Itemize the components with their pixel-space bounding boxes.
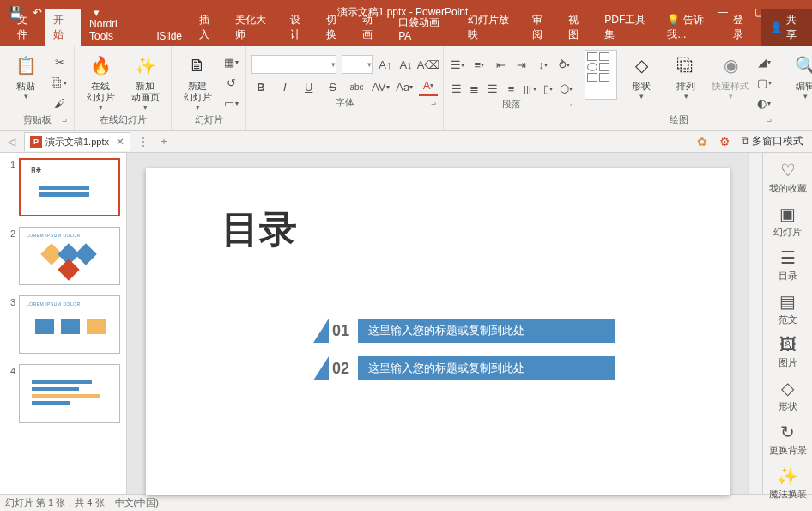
group-clipboard: 📋 粘贴 ▾ ✂ ⿻▾ 🖌 剪贴板 <box>0 46 75 130</box>
decrease-indent-button[interactable]: ⇤ <box>492 55 510 74</box>
tab-slideshow[interactable]: 幻灯片放映 <box>459 9 524 46</box>
tab-home[interactable]: 开始 <box>45 9 81 46</box>
thumbnail-1[interactable]: 1 目录 <box>3 158 123 216</box>
tab-islide[interactable]: iSlide <box>148 26 191 46</box>
thumbnail-2[interactable]: 2 LOREM IPSUM DOLOR <box>3 227 123 285</box>
shadow-button[interactable]: abc <box>348 77 367 96</box>
refresh-icon: ↻ <box>780 422 795 442</box>
tab-add-button[interactable]: + <box>156 136 172 148</box>
align-right-button[interactable]: ☰ <box>486 79 500 98</box>
tab-design[interactable]: 设计 <box>282 9 318 46</box>
format-painter-button[interactable]: 🖌 <box>50 94 69 112</box>
font-color-button[interactable]: A▾ <box>419 77 438 96</box>
vertical-scrollbar[interactable] <box>748 153 762 494</box>
font-name-combo[interactable]: ▾ <box>251 55 336 74</box>
online-slides-button[interactable]: 🔥 在线 幻灯片 ▾ <box>80 50 121 112</box>
tab-nordri[interactable]: Nordri Tools <box>81 14 148 46</box>
reset-button[interactable]: ↺ <box>221 74 240 91</box>
thumbnail-panel[interactable]: 1 目录 2 LOREM IPSUM DOLOR 3 LOREM IPSUM D… <box>0 153 127 494</box>
group-label-font[interactable]: 字体 <box>251 96 438 109</box>
numbering-button[interactable]: ≡▾ <box>470 55 488 74</box>
paste-button[interactable]: 📋 粘贴 ▾ <box>5 50 46 100</box>
thumbnail-3[interactable]: 3 LOREM IPSUM DOLOR <box>3 295 123 354</box>
copy-button[interactable]: ⿻▾ <box>50 74 69 91</box>
font-size-combo[interactable]: ▾ <box>342 55 373 74</box>
side-shape[interactable]: ◇形状 <box>779 378 797 413</box>
tab-pdf[interactable]: PDF工具集 <box>596 9 660 46</box>
group-label-drawing[interactable]: 绘图 <box>585 113 773 126</box>
settings-icon[interactable]: ⚙ <box>719 135 733 149</box>
tab-beautify[interactable]: 美化大师 <box>227 9 282 46</box>
decrease-font-button[interactable]: A↓ <box>398 55 414 74</box>
char-spacing-button[interactable]: AV▾ <box>371 77 390 96</box>
line-spacing-button[interactable]: ↕▾ <box>534 55 552 74</box>
shape-icon: ◇ <box>781 378 794 398</box>
powerpoint-icon: P <box>30 136 42 148</box>
text-direction-button[interactable]: ⥁▾ <box>555 55 573 74</box>
align-left-button[interactable]: ☰ <box>449 79 464 98</box>
shape-effects-button[interactable]: ◐▾ <box>754 94 773 112</box>
tab-prev-button[interactable]: ◁ <box>3 136 19 148</box>
person-icon: 👤 <box>770 21 783 33</box>
group-font: ▾ ▾ A↑ A↓ A⌫ B I U S abc AV▾ Aa▾ A▾ 字体 <box>246 46 444 130</box>
shape-fill-button[interactable]: ◢▾ <box>754 53 773 70</box>
strike-button[interactable]: S <box>324 77 342 96</box>
status-language[interactable]: 中文(中国) <box>115 496 159 509</box>
find-button[interactable]: 🔍 编辑 ▾ <box>785 50 812 100</box>
columns-button[interactable]: ⫼▾ <box>522 79 536 98</box>
tab-file[interactable]: 文件 <box>9 9 45 46</box>
multi-window-button[interactable]: ⧉ 多窗口模式 <box>742 134 803 149</box>
tab-review[interactable]: 审阅 <box>524 9 560 46</box>
justify-button[interactable]: ≡ <box>504 79 518 98</box>
cut-button[interactable]: ✂ <box>50 53 69 70</box>
shapes-gallery[interactable] <box>585 50 617 100</box>
new-animation-button[interactable]: ✨ 新加 动画页 ▾ <box>124 50 166 112</box>
side-favorites[interactable]: ♡我的收藏 <box>769 160 807 195</box>
tab-more-button[interactable]: ⋮ <box>136 136 151 148</box>
bold-button[interactable]: B <box>251 77 270 96</box>
arrange-button[interactable]: ⿻ 排列 ▾ <box>665 50 706 100</box>
smartart-button[interactable]: ⬡▾ <box>559 79 573 98</box>
side-background[interactable]: ↻更换背景 <box>769 422 807 457</box>
group-label-paragraph[interactable]: 段落 <box>449 98 573 111</box>
document-tab[interactable]: P 演示文稿1.pptx ✕ <box>24 132 130 151</box>
toc-item-1[interactable]: 01 这里输入您的标题或复制到此处 <box>313 319 615 343</box>
slide-canvas-area[interactable]: 目录 01 这里输入您的标题或复制到此处 02 这里输入您的标题或复制到此处 <box>127 153 748 494</box>
new-slide-button[interactable]: 🗎 新建 幻灯片 ▾ <box>177 50 218 112</box>
underline-button[interactable]: U <box>300 77 318 96</box>
tab-transition[interactable]: 切换 <box>318 9 354 46</box>
tab-view[interactable]: 视图 <box>560 9 596 46</box>
clipboard-icon: 📋 <box>12 52 39 79</box>
beautify-toolbar-icon[interactable]: ✿ <box>697 135 711 149</box>
share-button[interactable]: 👤共享 <box>761 9 812 46</box>
thumbnail-4[interactable]: 4 <box>3 364 123 423</box>
clear-format-button[interactable]: A⌫ <box>419 55 438 74</box>
slide[interactable]: 目录 01 这里输入您的标题或复制到此处 02 这里输入您的标题或复制到此处 <box>146 168 730 495</box>
side-magic[interactable]: ✨魔法换装 <box>769 465 807 501</box>
shape-outline-button[interactable]: ▢▾ <box>754 74 773 91</box>
shapes-button[interactable]: ◇ 形状 ▾ <box>621 50 662 100</box>
increase-font-button[interactable]: A↑ <box>378 55 393 74</box>
align-text-button[interactable]: ▯▾ <box>540 79 554 98</box>
side-toc[interactable]: ☰目录 <box>779 247 797 283</box>
tab-animation[interactable]: 动画 <box>354 9 390 46</box>
tab-insert[interactable]: 插入 <box>191 9 227 46</box>
side-template[interactable]: ▤范文 <box>779 291 797 326</box>
tab-pocket[interactable]: 口袋动画 PA <box>390 11 459 46</box>
group-label-clipboard[interactable]: 剪贴板 <box>5 113 69 126</box>
login-button[interactable]: 登录 <box>724 9 760 46</box>
align-center-button[interactable]: ≣ <box>467 79 482 98</box>
side-slides[interactable]: ▣幻灯片 <box>773 204 802 239</box>
toc-item-2[interactable]: 02 这里输入您的标题或复制到此处 <box>313 356 615 380</box>
bullets-button[interactable]: ☰▾ <box>449 55 467 74</box>
tell-me[interactable]: 💡 告诉我... <box>660 9 724 46</box>
close-tab-button[interactable]: ✕ <box>116 136 124 148</box>
italic-button[interactable]: I <box>276 77 294 96</box>
slide-title[interactable]: 目录 <box>221 204 297 255</box>
change-case-button[interactable]: Aa▾ <box>395 77 414 96</box>
side-image[interactable]: 🖼图片 <box>779 335 797 369</box>
layout-button[interactable]: ▦▾ <box>221 53 240 70</box>
section-button[interactable]: ▭▾ <box>221 94 240 112</box>
increase-indent-button[interactable]: ⇥ <box>512 55 530 74</box>
quick-styles-button[interactable]: ◉ 快速样式 ▾ <box>710 50 751 100</box>
